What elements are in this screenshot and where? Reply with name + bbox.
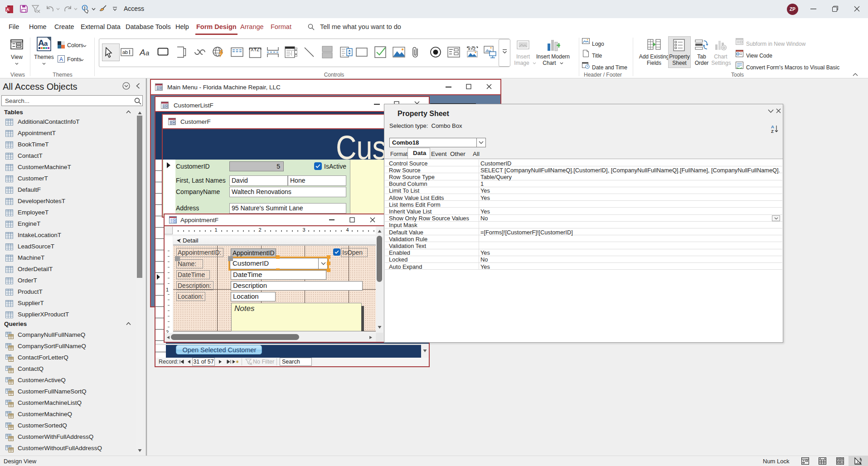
svg-text:a: a bbox=[145, 49, 149, 57]
svg-text:A: A bbox=[139, 48, 145, 57]
svg-text:XYZ: XYZ bbox=[251, 47, 259, 52]
svg-text:A: A bbox=[6, 7, 10, 12]
svg-text:a: a bbox=[44, 39, 48, 47]
svg-text:XYZ: XYZ bbox=[468, 47, 476, 51]
svg-text:A: A bbox=[38, 38, 44, 48]
svg-text:ab: ab bbox=[122, 49, 128, 55]
svg-text:A: A bbox=[59, 56, 63, 63]
svg-text:Z: Z bbox=[771, 129, 774, 134]
